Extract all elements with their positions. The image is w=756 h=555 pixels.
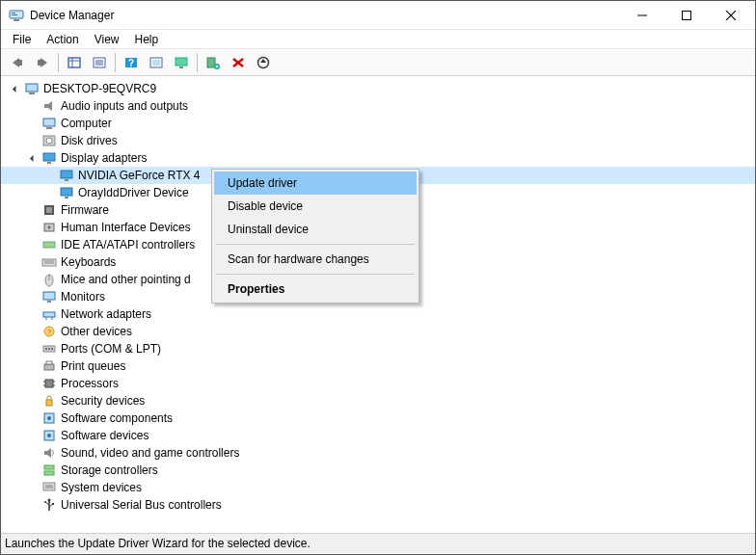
add-legacy-icon[interactable] (202, 52, 225, 73)
tree-item-label: Security devices (61, 394, 145, 408)
statusbar: Launches the Update Driver Wizard for th… (1, 534, 755, 553)
tree-item[interactable]: Display adapters (1, 149, 755, 167)
menu-view[interactable]: View (87, 31, 127, 48)
security-icon (41, 393, 57, 409)
spacer (26, 394, 40, 408)
close-button[interactable] (709, 1, 753, 30)
tree-item[interactable]: Software components (1, 410, 755, 427)
tree-item[interactable]: ?Other devices (1, 323, 755, 340)
tree-item[interactable]: Sound, video and game controllers (1, 444, 755, 462)
tree-item-label: IDE ATA/ATAPI controllers (61, 238, 195, 251)
svg-rect-89 (52, 503, 54, 505)
computer-icon (24, 81, 40, 96)
show-hidden-icon[interactable] (63, 52, 86, 73)
context-menu-item[interactable]: Properties (214, 278, 417, 301)
back-icon[interactable] (6, 52, 29, 73)
forward-icon[interactable] (31, 52, 54, 73)
svg-rect-2 (12, 14, 17, 15)
menubar: File Action View Help (1, 30, 755, 49)
svg-rect-1 (12, 13, 15, 13)
port-icon (41, 341, 57, 357)
tree-item-label: Software components (61, 411, 173, 425)
svg-rect-33 (26, 84, 38, 92)
computer-icon (41, 116, 57, 131)
svg-rect-41 (47, 162, 51, 164)
tree-item-label: Universal Serial Bus controllers (61, 498, 222, 512)
tree-item[interactable]: Processors (1, 375, 755, 392)
hid-icon (41, 220, 57, 235)
system-icon (41, 480, 57, 495)
audio-icon (41, 98, 57, 114)
tree-item[interactable]: Disk drives (1, 132, 755, 149)
ide-icon (41, 237, 57, 252)
tree-item[interactable]: Network adapters (1, 305, 755, 323)
device-tree[interactable]: DESKTOP-9EQVRC9Audio inputs and outputsC… (1, 76, 755, 534)
svg-rect-23 (176, 58, 187, 66)
svg-marker-8 (13, 58, 19, 67)
tree-item[interactable]: Software devices (1, 427, 755, 444)
help-icon[interactable]: ? (120, 52, 143, 73)
menu-help[interactable]: Help (127, 31, 167, 48)
toolbar-separator (115, 53, 116, 72)
tree-item[interactable]: DESKTOP-9EQVRC9 (1, 80, 755, 97)
collapse-icon[interactable] (9, 82, 22, 95)
tree-item-label: Ports (COM & LPT) (61, 342, 161, 356)
spacer (26, 134, 40, 147)
disk-icon (41, 133, 57, 148)
tree-item-label: Print queues (61, 359, 125, 373)
uninstall-icon[interactable] (227, 52, 250, 73)
properties-icon[interactable] (88, 52, 111, 73)
svg-marker-10 (40, 58, 47, 67)
maximize-button[interactable] (664, 1, 709, 30)
tree-item[interactable]: Computer (1, 115, 755, 132)
tree-item[interactable]: Storage controllers (1, 462, 755, 479)
tree-item-label: OrayIddDriver Device (78, 186, 189, 199)
tree-item-label: Display adapters (61, 151, 147, 165)
tree-item[interactable]: Print queues (1, 357, 755, 375)
status-text: Launches the Update Driver Wizard for th… (5, 537, 310, 550)
titlebar: Device Manager (1, 1, 755, 30)
mouse-icon (41, 272, 57, 287)
update-driver-icon[interactable] (252, 52, 275, 73)
svg-point-65 (48, 348, 50, 350)
spacer (26, 99, 40, 113)
spacer (26, 325, 40, 338)
window-title: Device Manager (30, 9, 114, 22)
display-icon (59, 168, 74, 183)
tree-item[interactable]: Audio inputs and outputs (1, 97, 755, 115)
spacer (43, 169, 57, 182)
svg-rect-45 (65, 197, 68, 198)
context-menu-item[interactable]: Uninstall device (214, 218, 417, 241)
tree-item-label: Firmware (61, 203, 109, 217)
context-menu-item[interactable]: Disable device (214, 195, 417, 218)
app-icon (9, 8, 24, 23)
tree-item[interactable]: Security devices (1, 392, 755, 410)
monitor-icon (41, 289, 57, 304)
svg-rect-67 (44, 364, 54, 370)
spacer (26, 498, 40, 512)
spacer (43, 186, 57, 199)
menu-action[interactable]: Action (39, 31, 86, 48)
software-icon (41, 428, 57, 443)
software-icon (41, 410, 57, 426)
svg-rect-9 (19, 60, 22, 66)
svg-rect-22 (152, 60, 160, 66)
svg-text:?: ? (128, 58, 134, 68)
tree-item[interactable]: System devices (1, 479, 755, 496)
svg-point-76 (47, 416, 51, 420)
svg-rect-12 (68, 58, 80, 67)
other-icon: ? (41, 324, 57, 339)
tree-item[interactable]: Universal Serial Bus controllers (1, 496, 755, 514)
svg-rect-25 (207, 58, 215, 67)
tree-item-label: Computer (61, 117, 112, 130)
tree-item[interactable]: Ports (COM & LPT) (1, 340, 755, 357)
scan-icon[interactable] (145, 52, 168, 73)
menu-file[interactable]: File (5, 31, 39, 48)
svg-point-39 (46, 138, 52, 144)
display-icon (41, 150, 57, 166)
context-menu-item[interactable]: Scan for hardware changes (214, 248, 417, 271)
context-menu-item[interactable]: Update driver (214, 172, 417, 195)
monitor-icon[interactable] (170, 52, 193, 73)
collapse-icon[interactable] (26, 151, 40, 165)
minimize-button[interactable] (620, 1, 664, 30)
